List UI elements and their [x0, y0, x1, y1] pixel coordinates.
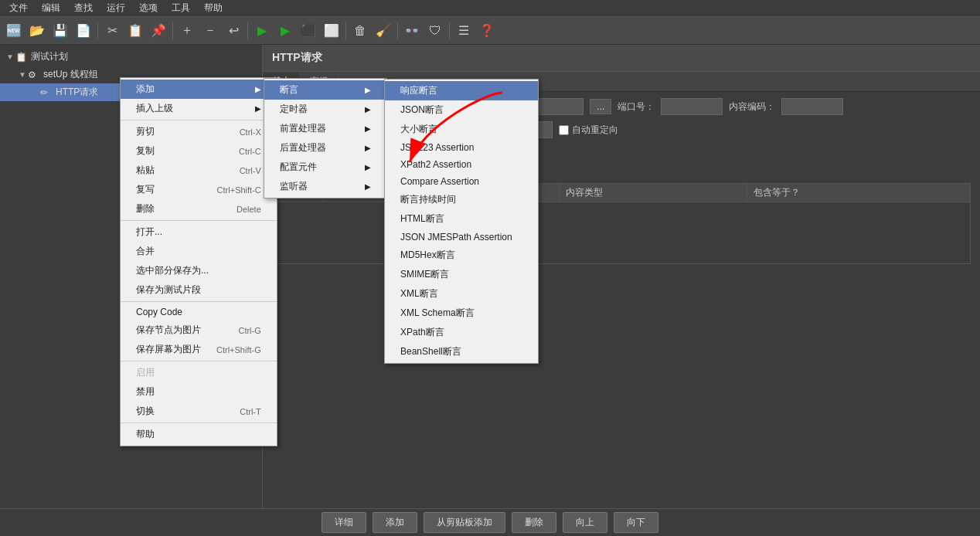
menu-find[interactable]: 查找 — [68, 0, 99, 16]
menu-run[interactable]: 运行 — [100, 0, 131, 16]
ctx-save-node-img-label: 保存节点为图片 — [136, 324, 201, 337]
ctx-cut[interactable]: 剪切 Ctrl-X — [121, 122, 277, 141]
cb-autoredirect[interactable] — [559, 125, 569, 135]
menubar: 文件 编辑 查找 运行 选项 工具 帮助 — [0, 0, 980, 17]
btn-detail[interactable]: 详细 — [322, 512, 366, 533]
btn-down[interactable]: 向下 — [614, 512, 658, 533]
toolbar-arrow[interactable]: ↩ — [223, 20, 244, 42]
assertion-xml-schema[interactable]: XML Schema断言 — [385, 304, 538, 323]
toolbar-copy[interactable]: 📋 — [124, 20, 146, 42]
assertion-html[interactable]: HTML断言 — [385, 209, 538, 229]
toolbar-glasses[interactable]: 👓 — [401, 20, 423, 42]
assertion-json[interactable]: JSON断言 — [385, 100, 538, 120]
dots-button[interactable]: ... — [590, 99, 611, 114]
toolbar-sep1 — [97, 22, 98, 39]
assertion-compare[interactable]: Compare Assertion — [385, 173, 538, 190]
toolbar-help[interactable]: ❓ — [476, 20, 498, 42]
assertion-duration[interactable]: 断言持续时间 — [385, 190, 538, 209]
toolbar-broom[interactable]: 🧹 — [373, 20, 394, 42]
assertion-md5hex[interactable]: MD5Hex断言 — [385, 246, 538, 265]
submenu1-config[interactable]: 配置元件 ▶ — [264, 158, 386, 177]
toolbar-clear[interactable]: 🗑 — [349, 20, 371, 42]
ctx-paste[interactable]: 粘贴 Ctrl-V — [121, 161, 277, 180]
toolbar-new[interactable]: 🆕 — [3, 20, 25, 42]
ctx-toggle[interactable]: 切换 Ctrl-T — [121, 402, 277, 421]
tree-item-test-plan[interactable]: ▼ 📋 测试计划 — [0, 48, 262, 66]
assertion-xpath[interactable]: XPath断言 — [385, 323, 538, 342]
ctx-save-node-img[interactable]: 保存节点为图片 Ctrl-G — [121, 321, 277, 340]
assertion-xml[interactable]: XML断言 — [385, 284, 538, 304]
ctx-insert-parent[interactable]: 插入上级 ▶ — [121, 99, 277, 118]
submenu1-timers-arrow: ▶ — [365, 105, 371, 114]
assertion-jsr223[interactable]: JSR223 Assertion — [385, 139, 538, 156]
assertion-xml-label: XML断言 — [400, 287, 438, 300]
ctx-sep-4 — [121, 361, 277, 361]
ctx-insert-parent-arrow: ▶ — [255, 104, 261, 113]
ctx-open[interactable]: 打开... — [121, 222, 277, 242]
submenu1-pre-processor[interactable]: 前置处理器 ▶ — [264, 119, 386, 138]
assertion-duration-label: 断言持续时间 — [400, 193, 456, 206]
input-port[interactable] — [661, 98, 723, 115]
ctx-copy[interactable]: 复制 Ctrl-C — [121, 141, 277, 161]
submenu1-assertions[interactable]: 断言 ▶ — [264, 80, 386, 100]
toolbar-open[interactable]: 📂 — [26, 20, 48, 42]
tree-label-setup: setUp 线程组 — [43, 68, 98, 81]
toolbar-run2[interactable]: ▶ — [274, 20, 296, 42]
toolbar-stop[interactable]: ⬛ — [298, 20, 319, 42]
assertion-response-label: 响应断言 — [400, 84, 437, 97]
ctx-help[interactable]: 帮助 — [121, 425, 277, 444]
assertion-response[interactable]: 响应断言 — [385, 81, 538, 100]
toolbar-stop2[interactable]: ⬜ — [321, 20, 342, 42]
assertion-beanshell[interactable]: BeanShell断言 — [385, 342, 538, 361]
ctx-copy-code[interactable]: Copy Code — [121, 304, 277, 321]
ctx-merge[interactable]: 合并 — [121, 242, 277, 261]
menu-file[interactable]: 文件 — [3, 0, 34, 16]
menu-tools[interactable]: 工具 — [165, 0, 196, 16]
ctx-toggle-shortcut: Ctrl-T — [240, 407, 261, 416]
toolbar-save[interactable]: 💾 — [49, 20, 71, 42]
toolbar-list[interactable]: ☰ — [453, 20, 475, 42]
ctx-save-fragment-label: 保存为测试片段 — [136, 283, 201, 297]
assertion-smime-label: SMIME断言 — [400, 268, 449, 281]
toolbar-plus[interactable]: ＋ — [176, 20, 198, 42]
submenu1-post-processor[interactable]: 后置处理器 ▶ — [264, 138, 386, 158]
ctx-enable-label: 启用 — [136, 366, 155, 379]
ctx-disable[interactable]: 禁用 — [121, 382, 277, 402]
btn-add[interactable]: 添加 — [373, 512, 417, 533]
toolbar-paste[interactable]: 📌 — [148, 20, 169, 42]
toolbar-save2[interactable]: 📄 — [73, 20, 94, 42]
ctx-delete[interactable]: 删除 Delete — [121, 199, 277, 219]
btn-up[interactable]: 向上 — [563, 512, 607, 533]
submenu1-listener[interactable]: 监听器 ▶ — [264, 177, 386, 196]
assertion-xpath2[interactable]: XPath2 Assertion — [385, 156, 538, 173]
menu-edit[interactable]: 编辑 — [36, 0, 66, 16]
toolbar-sep4 — [345, 22, 346, 39]
menu-options[interactable]: 选项 — [133, 0, 164, 16]
btn-delete[interactable]: 删除 — [512, 512, 556, 533]
ctx-save-fragment[interactable]: 保存为测试片段 — [121, 280, 277, 300]
toolbar-run[interactable]: ▶ — [251, 20, 273, 42]
submenu-add: 断言 ▶ 定时器 ▶ 前置处理器 ▶ 后置处理器 ▶ 配置元件 ▶ 监听器 ▶ … — [264, 78, 387, 198]
ctx-cut-label: 剪切 — [136, 125, 155, 138]
tree-icon-plan: 📋 — [15, 52, 28, 63]
ctx-add-label: 添加 — [136, 83, 155, 96]
ctx-toggle-label: 切换 — [136, 405, 155, 418]
ctx-add[interactable]: 添加 ▶ — [121, 80, 277, 99]
label-port: 端口号： — [618, 100, 655, 114]
submenu1-assertions-arrow: ▶ — [365, 86, 371, 94]
toolbar-cut[interactable]: ✂ — [101, 20, 123, 42]
ctx-save-node-img-shortcut: Ctrl-G — [238, 326, 260, 335]
assertion-jmespath[interactable]: JSON JMESPath Assertion — [385, 229, 538, 246]
assertion-smime[interactable]: SMIME断言 — [385, 265, 538, 284]
ctx-save-screen-img[interactable]: 保存屏幕为图片 Ctrl+Shift-G — [121, 340, 277, 359]
toolbar-minus[interactable]: － — [199, 20, 221, 42]
input-encoding[interactable] — [781, 98, 843, 115]
assertion-size[interactable]: 大小断言 — [385, 120, 538, 139]
toolbar-shield[interactable]: 🛡 — [424, 20, 446, 42]
menu-help[interactable]: 帮助 — [198, 0, 229, 16]
ctx-duplicate[interactable]: 复写 Ctrl+Shift-C — [121, 180, 277, 199]
submenu1-timers[interactable]: 定时器 ▶ — [264, 100, 386, 119]
btn-add-clipboard[interactable]: 从剪贴板添加 — [424, 512, 505, 533]
checkbox-autoredirect[interactable]: 自动重定向 — [559, 124, 618, 137]
ctx-save-selected[interactable]: 选中部分保存为... — [121, 261, 277, 280]
